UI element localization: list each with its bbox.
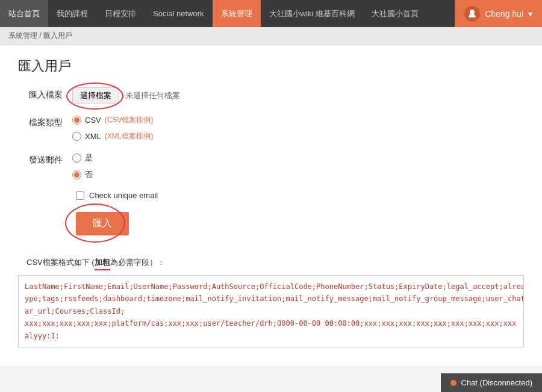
choose-file-button[interactable]: 選擇檔案 [72, 87, 119, 104]
nav-item-home[interactable]: 站台首頁 [0, 0, 48, 27]
xml-radio-row: XML (XML檔案樣例) [72, 131, 153, 142]
check-unique-label[interactable]: Check unique email [89, 191, 158, 200]
file-type-row: 檔案類型 CSV (CSV檔案樣例) XML (XML檔案樣例) [18, 115, 524, 142]
choose-file-wrapper: 選擇檔案 [72, 87, 119, 104]
yes-radio[interactable] [72, 154, 81, 163]
top-navigation: 站台首頁 我的課程 日程安排 Social network 系統管理 大社國小w… [0, 0, 542, 27]
breadcrumb-parent[interactable]: 系統管理 [8, 31, 37, 40]
yes-label[interactable]: 是 [85, 152, 93, 163]
breadcrumb: 系統管理 / 匯入用戶 [0, 27, 542, 45]
import-file-controls: 選擇檔案 未選擇任何檔案 [72, 87, 180, 104]
import-file-row: 匯入檔案 選擇檔案 未選擇任何檔案 [18, 87, 524, 104]
xml-radio[interactable] [72, 132, 81, 141]
import-file-label: 匯入檔案 [18, 87, 72, 101]
file-type-label: 檔案類型 [18, 115, 72, 128]
page-title: 匯入用戶 [18, 57, 524, 75]
nav-item-wiki[interactable]: 大社國小wiki 維基百科網 [261, 0, 363, 27]
csv-bold: 加粗 [95, 258, 110, 267]
yes-radio-row: 是 [72, 152, 93, 163]
nav-item-school[interactable]: 大社國小首頁 [363, 0, 427, 27]
user-menu[interactable]: Cheng hui ▾ [455, 0, 542, 27]
main-content: 匯入用戶 匯入檔案 選擇檔案 未選擇任何檔案 檔案類型 CSV (CSV檔案樣例… [0, 45, 542, 366]
csv-line-4: xxx;xxx;xxx;xxx;xxx;platform/cas;xxx;xxx… [25, 317, 517, 329]
nav-item-courses[interactable]: 我的課程 [48, 0, 96, 27]
csv-line-1: LastName;FirstName;Email;UserName;Passwo… [25, 281, 517, 293]
csv-radio[interactable] [72, 116, 81, 125]
breadcrumb-separator: / [39, 31, 43, 40]
nav-item-social[interactable]: Social network [145, 0, 213, 27]
csv-label[interactable]: CSV [85, 116, 101, 125]
no-label[interactable]: 否 [85, 169, 93, 180]
no-file-text: 未選擇任何檔案 [125, 90, 180, 101]
send-email-label: 發送郵件 [18, 152, 72, 166]
csv-line-2: ype;tags;rssfeeds;dashboard;timezone;mai… [25, 293, 517, 305]
csv-bold-wrap: 加粗 [95, 257, 110, 270]
user-name: Cheng hui [485, 9, 523, 19]
check-unique-row: Check unique email [76, 191, 524, 200]
nav-item-admin[interactable]: 系統管理 [213, 0, 261, 27]
send-email-controls: 是 否 [72, 152, 93, 180]
csv-suffix: 為必需字段）： [110, 258, 165, 267]
csv-line-3: ar_url;Courses;ClassId; [25, 305, 517, 317]
csv-prefix: CSV檔案格式如下 ( [26, 258, 95, 267]
nav-item-schedule[interactable]: 日程安排 [96, 0, 145, 27]
breadcrumb-current: 匯入用戶 [43, 31, 72, 40]
user-dropdown-icon: ▾ [528, 9, 532, 19]
no-radio-row: 否 [72, 169, 93, 180]
send-email-row: 發送郵件 是 否 [18, 152, 524, 180]
no-radio[interactable] [72, 170, 81, 179]
import-button[interactable]: 匯入 [76, 212, 129, 235]
csv-info-bar: CSV檔案格式如下 (加粗為必需字段）： [18, 254, 524, 270]
xml-hint: (XML檔案樣例) [105, 131, 154, 142]
file-type-controls: CSV (CSV檔案樣例) XML (XML檔案樣例) [72, 115, 153, 142]
csv-radio-row: CSV (CSV檔案樣例) [72, 115, 153, 125]
xml-label[interactable]: XML [85, 132, 101, 141]
svg-point-0 [470, 10, 475, 14]
check-unique-checkbox[interactable] [76, 191, 84, 200]
avatar [464, 6, 480, 22]
csv-line-5: alyyy:1: [25, 330, 517, 342]
csv-hint: (CSV檔案樣例) [105, 115, 154, 125]
import-button-wrapper: 匯入 [76, 212, 129, 235]
csv-code-block: LastName;FirstName;Email;UserName;Passwo… [18, 275, 524, 347]
